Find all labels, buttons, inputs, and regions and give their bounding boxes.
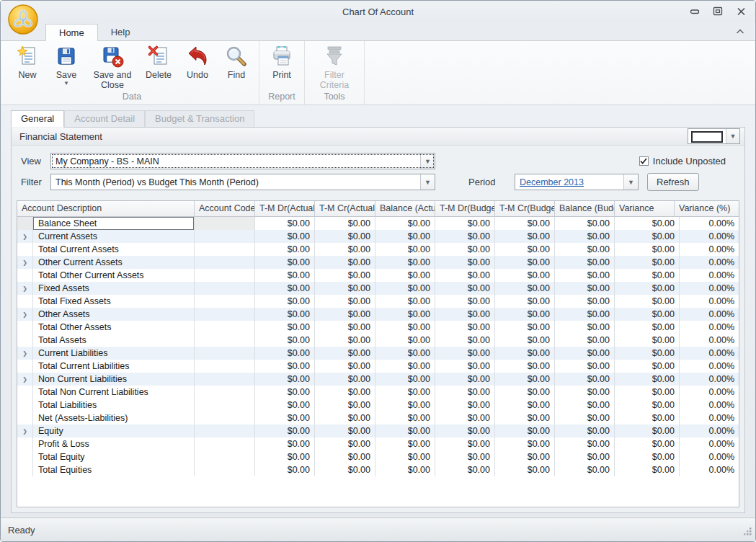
account-code-cell[interactable] — [195, 373, 255, 386]
close-button[interactable] — [735, 6, 747, 16]
new-button[interactable]: New — [8, 43, 47, 80]
amount-cell[interactable]: $0.00 — [375, 256, 435, 269]
amount-cell[interactable]: $0.00 — [435, 269, 495, 282]
amount-cell[interactable]: $0.00 — [315, 256, 375, 269]
amount-cell[interactable]: $0.00 — [495, 347, 555, 360]
variance-percent-cell[interactable]: 0.00% — [680, 450, 739, 463]
expand-arrow-icon[interactable]: ❯ — [17, 425, 33, 437]
amount-cell[interactable]: $0.00 — [495, 373, 555, 386]
amount-cell[interactable]: $0.00 — [255, 412, 315, 425]
amount-cell[interactable]: $0.00 — [615, 450, 680, 463]
account-description-cell[interactable]: Total Assets — [33, 334, 195, 347]
amount-cell[interactable]: $0.00 — [375, 360, 435, 373]
amount-cell[interactable]: $0.00 — [375, 450, 435, 463]
table-row[interactable]: Total Other Assets$0.00$0.00$0.00$0.00$0… — [17, 321, 739, 334]
amount-cell[interactable]: $0.00 — [315, 217, 375, 230]
table-row[interactable]: Total Current Liabilities$0.00$0.00$0.00… — [17, 360, 739, 373]
amount-cell[interactable]: $0.00 — [375, 334, 435, 347]
amount-cell[interactable]: $0.00 — [555, 437, 615, 450]
amount-cell[interactable]: $0.00 — [495, 425, 555, 437]
ribbon-collapse-chevron[interactable] — [735, 25, 745, 37]
amount-cell[interactable]: $0.00 — [615, 437, 680, 450]
amount-cell[interactable]: $0.00 — [555, 217, 615, 230]
expand-arrow-icon[interactable]: ❯ — [17, 230, 33, 243]
amount-cell[interactable]: $0.00 — [615, 334, 680, 347]
resize-grip[interactable] — [743, 527, 752, 538]
amount-cell[interactable]: $0.00 — [615, 282, 680, 295]
amount-cell[interactable]: $0.00 — [495, 243, 555, 256]
color-style-dropdown[interactable]: ▼ — [688, 128, 740, 144]
amount-cell[interactable]: $0.00 — [495, 230, 555, 243]
amount-cell[interactable]: $0.00 — [315, 282, 375, 295]
amount-cell[interactable]: $0.00 — [435, 463, 495, 476]
variance-percent-cell[interactable]: 0.00% — [680, 360, 739, 373]
refresh-button[interactable]: Refresh — [647, 173, 699, 191]
chevron-down-icon[interactable]: ▼ — [420, 174, 435, 190]
amount-cell[interactable]: $0.00 — [555, 295, 615, 308]
amount-cell[interactable]: $0.00 — [255, 373, 315, 386]
amount-cell[interactable]: $0.00 — [495, 437, 555, 450]
table-row[interactable]: ❯Current Assets$0.00$0.00$0.00$0.00$0.00… — [17, 230, 739, 243]
table-row[interactable]: Net (Assets-Liabilities)$0.00$0.00$0.00$… — [17, 412, 739, 425]
amount-cell[interactable]: $0.00 — [255, 437, 315, 450]
amount-cell[interactable]: $0.00 — [435, 399, 495, 412]
amount-cell[interactable]: $0.00 — [495, 282, 555, 295]
amount-cell[interactable]: $0.00 — [315, 425, 375, 437]
chevron-down-icon[interactable]: ▼ — [623, 174, 638, 190]
account-code-cell[interactable] — [195, 425, 255, 437]
amount-cell[interactable]: $0.00 — [495, 450, 555, 463]
amount-cell[interactable]: $0.00 — [255, 256, 315, 269]
amount-cell[interactable]: $0.00 — [375, 463, 435, 476]
table-row[interactable]: Total Current Assets$0.00$0.00$0.00$0.00… — [17, 243, 739, 256]
table-row[interactable]: Total Liabilities$0.00$0.00$0.00$0.00$0.… — [17, 399, 739, 412]
expand-arrow-icon[interactable]: ❯ — [17, 256, 33, 269]
include-unposted-option[interactable]: Include Unposted — [639, 156, 726, 166]
amount-cell[interactable]: $0.00 — [255, 295, 315, 308]
amount-cell[interactable]: $0.00 — [555, 321, 615, 334]
account-description-cell[interactable]: Total Current Assets — [33, 243, 195, 256]
table-row[interactable]: ❯Current Liabilities$0.00$0.00$0.00$0.00… — [17, 347, 739, 360]
amount-cell[interactable]: $0.00 — [435, 230, 495, 243]
table-row[interactable]: Total Equities$0.00$0.00$0.00$0.00$0.00$… — [17, 463, 739, 476]
column-header-tm-dr-budget[interactable]: T-M Dr(Budget) — [435, 201, 495, 217]
filter-combobox[interactable]: This Month (Period) vs Budget This Month… — [50, 174, 435, 190]
save-button[interactable]: Save ▼ — [47, 43, 86, 86]
column-header-balance-budget[interactable]: Balance (Budg... — [555, 201, 615, 217]
amount-cell[interactable]: $0.00 — [315, 399, 375, 412]
account-code-cell[interactable] — [195, 463, 255, 476]
column-header-variance-pct[interactable]: Variance (%) — [675, 201, 739, 217]
chevron-down-icon[interactable]: ▼ — [420, 154, 435, 169]
variance-percent-cell[interactable]: 0.00% — [680, 437, 739, 450]
account-code-cell[interactable] — [195, 256, 255, 269]
variance-percent-cell[interactable]: 0.00% — [680, 399, 739, 412]
amount-cell[interactable]: $0.00 — [375, 373, 435, 386]
amount-cell[interactable]: $0.00 — [435, 437, 495, 450]
column-header-tm-cr-actual[interactable]: T-M Cr(Actual) — [315, 201, 375, 217]
amount-cell[interactable]: $0.00 — [315, 295, 375, 308]
amount-cell[interactable]: $0.00 — [435, 217, 495, 230]
account-description-cell[interactable]: Total Equity — [33, 450, 195, 463]
amount-cell[interactable]: $0.00 — [375, 230, 435, 243]
account-code-cell[interactable] — [195, 217, 255, 230]
amount-cell[interactable]: $0.00 — [255, 243, 315, 256]
account-code-cell[interactable] — [195, 269, 255, 282]
amount-cell[interactable]: $0.00 — [315, 347, 375, 360]
amount-cell[interactable]: $0.00 — [315, 321, 375, 334]
table-row[interactable]: Balance Sheet$0.00$0.00$0.00$0.00$0.00$0… — [17, 217, 739, 230]
amount-cell[interactable]: $0.00 — [615, 243, 680, 256]
amount-cell[interactable]: $0.00 — [315, 386, 375, 399]
amount-cell[interactable]: $0.00 — [435, 282, 495, 295]
amount-cell[interactable]: $0.00 — [495, 295, 555, 308]
account-code-cell[interactable] — [195, 282, 255, 295]
amount-cell[interactable]: $0.00 — [255, 269, 315, 282]
amount-cell[interactable]: $0.00 — [315, 450, 375, 463]
account-code-cell[interactable] — [195, 412, 255, 425]
amount-cell[interactable]: $0.00 — [615, 463, 680, 476]
amount-cell[interactable]: $0.00 — [435, 243, 495, 256]
amount-cell[interactable]: $0.00 — [255, 386, 315, 399]
amount-cell[interactable]: $0.00 — [495, 386, 555, 399]
variance-percent-cell[interactable]: 0.00% — [680, 463, 739, 476]
amount-cell[interactable]: $0.00 — [555, 373, 615, 386]
table-row[interactable]: Total Fixed Assets$0.00$0.00$0.00$0.00$0… — [17, 295, 739, 308]
include-unposted-checkbox[interactable] — [639, 156, 649, 166]
